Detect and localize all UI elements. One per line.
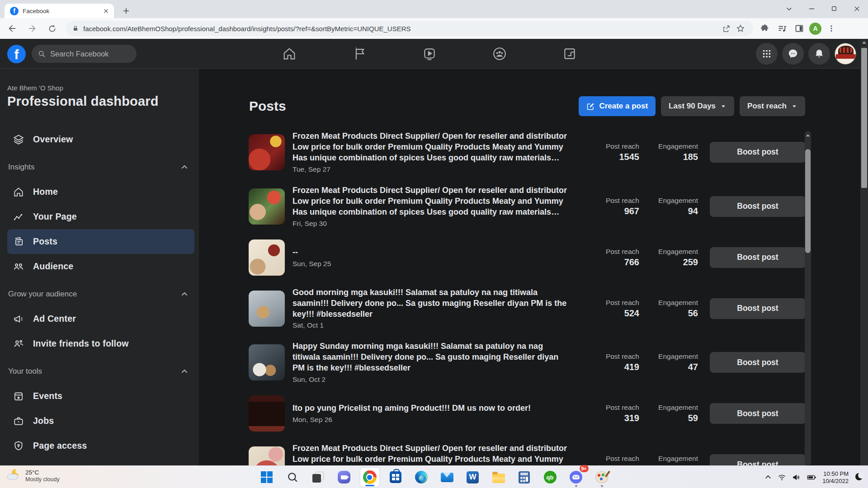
chrome-icon[interactable] (360, 468, 379, 487)
sidebar-item-events[interactable]: Events (7, 384, 194, 408)
side-panel-icon[interactable] (792, 21, 807, 36)
start-button[interactable] (257, 468, 276, 487)
page-profile-avatar[interactable] (835, 43, 856, 65)
post-row[interactable]: Frozen Meat Products Direct Supplier/ Op… (249, 443, 806, 465)
chevron-up-icon[interactable] (181, 164, 188, 171)
battery-icon[interactable] (807, 472, 816, 482)
watch-nav-icon[interactable] (420, 45, 439, 63)
facebook-header (0, 39, 868, 69)
groups-nav-icon[interactable] (491, 45, 509, 63)
reach-label: Post reach (571, 197, 639, 205)
do-not-disturb-moon-icon[interactable] (854, 473, 863, 482)
task-view-icon[interactable] (309, 468, 328, 487)
close-window-button[interactable] (845, 0, 868, 17)
url-text: facebook.com/AteBhemOShop/professional_d… (83, 25, 719, 33)
boost-post-button[interactable]: Boost post (710, 196, 806, 217)
date-range-dropdown[interactable]: Last 90 Days (661, 96, 734, 116)
boost-post-button[interactable]: Boost post (710, 142, 806, 163)
tab-close-icon[interactable] (103, 8, 109, 14)
discord-icon[interactable]: 9+ (566, 468, 585, 487)
chevron-up-icon[interactable] (181, 368, 188, 375)
posts-list-scrollbar[interactable] (805, 131, 811, 465)
mail-icon[interactable] (438, 468, 457, 487)
browser-tab[interactable]: Facebook (5, 4, 114, 18)
caret-down-icon (720, 103, 726, 109)
sidebar-item-invite-friends[interactable]: Invite friends to follow (7, 331, 194, 356)
sidebar-item-your-page[interactable]: Your Page (7, 204, 194, 229)
post-row[interactable]: Good morning mga kasuki!!! Salamat sa pa… (249, 287, 806, 330)
layers-icon (12, 134, 25, 145)
engagement-label: Engagement (639, 248, 698, 256)
post-row[interactable]: -- Sun, Sep 25 Post reach766 Engagement2… (249, 239, 806, 276)
section-your-tools[interactable]: Your tools (7, 359, 194, 384)
paint-icon[interactable] (592, 468, 611, 487)
hidden-icons-chevron-icon[interactable] (764, 474, 772, 481)
browser-menu-icon[interactable] (824, 21, 839, 36)
pages-nav-icon[interactable] (350, 45, 368, 63)
volume-icon[interactable] (792, 473, 801, 482)
browser-profile-avatar[interactable]: A (809, 23, 821, 35)
teams-chat-icon[interactable] (335, 468, 354, 487)
sidebar-item-page-access[interactable]: Page access (7, 433, 194, 458)
posts-scrollbar-thumb[interactable] (805, 149, 811, 253)
posts-list: Frozen Meat Products Direct Supplier/ Op… (249, 131, 806, 465)
taskbar-search-icon[interactable] (283, 468, 302, 487)
playlist-extension-icon[interactable] (775, 21, 789, 36)
create-post-label: Create a post (599, 102, 648, 111)
scroll-up-icon[interactable] (860, 39, 868, 46)
quickbooks-icon[interactable] (541, 468, 560, 487)
page-scrollbar[interactable] (860, 39, 868, 465)
reach-value: 319 (571, 413, 639, 423)
facebook-search[interactable] (32, 45, 137, 63)
microsoft-store-icon[interactable] (386, 468, 405, 487)
url-bar[interactable]: facebook.com/AteBhemOShop/professional_d… (66, 21, 753, 36)
sidebar-item-posts[interactable]: Posts (7, 229, 194, 254)
post-row[interactable]: Happy Sunday morning mga kasuki!!! Salam… (249, 341, 806, 384)
sidebar-item-overview[interactable]: Overview (7, 127, 194, 152)
minimize-button[interactable] (800, 0, 823, 17)
calculator-icon[interactable] (515, 468, 534, 487)
word-icon[interactable] (463, 468, 482, 487)
maximize-button[interactable] (823, 0, 845, 17)
sidebar-item-audience[interactable]: Audience (7, 254, 194, 279)
boost-post-button[interactable]: Boost post (710, 352, 806, 373)
section-label: Insights (8, 163, 35, 172)
boost-post-button[interactable]: Boost post (710, 298, 806, 319)
sidebar-item-ad-center[interactable]: Ad Center (7, 306, 194, 331)
new-tab-button[interactable] (120, 5, 132, 17)
page-scrollbar-thumb[interactable] (861, 48, 867, 188)
apps-menu-icon[interactable] (756, 43, 778, 65)
sort-metric-dropdown[interactable]: Post reach (740, 96, 805, 116)
browser-tab-bar: Facebook (0, 0, 868, 18)
bookmark-star-icon[interactable] (733, 21, 748, 36)
post-row[interactable]: Frozen Meat Products Direct Supplier/ Op… (249, 131, 806, 174)
scroll-up-icon[interactable] (805, 132, 811, 138)
share-icon[interactable] (719, 21, 733, 36)
boost-post-button[interactable]: Boost post (710, 403, 806, 424)
back-button[interactable] (5, 21, 20, 36)
tab-search-icon[interactable] (778, 0, 800, 17)
taskbar-clock[interactable]: 10:50 PM 10/4/2022 (822, 470, 849, 484)
search-input[interactable] (50, 50, 127, 58)
edge-icon[interactable] (412, 468, 431, 487)
post-row[interactable]: Frozen Meat Products Direct Supplier/ Op… (249, 185, 806, 228)
extensions-icon[interactable] (758, 21, 772, 36)
gaming-nav-icon[interactable] (561, 45, 579, 63)
reload-button[interactable] (44, 21, 60, 36)
facebook-logo[interactable] (7, 45, 26, 63)
boost-post-button[interactable]: Boost post (710, 454, 806, 465)
chevron-up-icon[interactable] (181, 291, 188, 298)
file-explorer-icon[interactable] (489, 468, 508, 487)
sidebar-item-home[interactable]: Home (7, 179, 194, 204)
section-insights[interactable]: Insights (7, 155, 194, 179)
messenger-icon[interactable] (782, 43, 804, 65)
forward-button[interactable] (24, 21, 40, 36)
post-row[interactable]: Ito po yung Pricelist ng aming Product!!… (249, 395, 806, 432)
create-post-button[interactable]: Create a post (579, 96, 656, 116)
home-nav-icon[interactable] (280, 45, 298, 63)
section-grow-your-audience[interactable]: Grow your audience (7, 282, 194, 306)
boost-post-button[interactable]: Boost post (710, 247, 806, 268)
sidebar-item-jobs[interactable]: Jobs (7, 408, 194, 433)
notifications-bell-icon[interactable] (808, 43, 830, 65)
wifi-icon[interactable] (778, 473, 786, 482)
